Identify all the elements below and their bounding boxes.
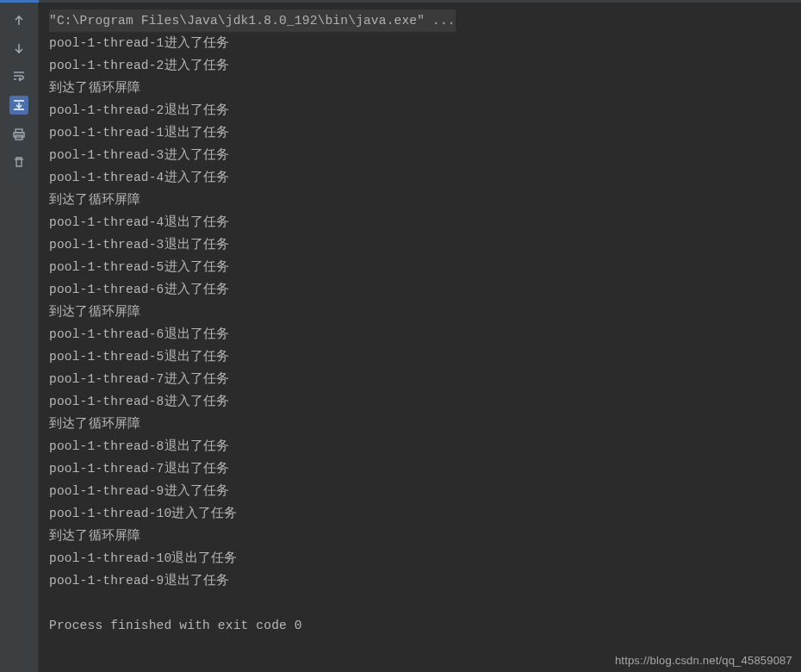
console-line: pool-1-thread-8进入了任务: [49, 390, 801, 413]
command-line: "C:\Program Files\Java\jdk1.8.0_192\bin\…: [49, 9, 801, 32]
console-line: pool-1-thread-5进入了任务: [49, 256, 801, 278]
console-output[interactable]: "C:\Program Files\Java\jdk1.8.0_192\bin\…: [39, 3, 801, 672]
console-line: pool-1-thread-8退出了任务: [49, 435, 801, 457]
console-line: pool-1-thread-7进入了任务: [49, 368, 801, 390]
clear-all-icon[interactable]: [11, 154, 27, 170]
console-line: pool-1-thread-7退出了任务: [49, 457, 801, 480]
console-line: pool-1-thread-5退出了任务: [49, 345, 801, 368]
print-icon[interactable]: [11, 127, 27, 142]
arrow-down-icon[interactable]: [11, 40, 27, 56]
console-line: pool-1-thread-9退出了任务: [49, 569, 801, 592]
console-line: pool-1-thread-1退出了任务: [49, 121, 801, 144]
console-line: pool-1-thread-6进入了任务: [49, 278, 801, 301]
console-line: 到达了循环屏障: [49, 525, 801, 547]
console-line: pool-1-thread-9进入了任务: [49, 480, 801, 502]
watermark-text: https://blog.csdn.net/qq_45859087: [615, 654, 792, 667]
soft-wrap-icon[interactable]: [11, 68, 27, 84]
console-line: pool-1-thread-3进入了任务: [49, 144, 801, 166]
console-line: pool-1-thread-2退出了任务: [49, 99, 801, 121]
console-line: pool-1-thread-3退出了任务: [49, 233, 801, 256]
console-line: pool-1-thread-10进入了任务: [49, 502, 801, 525]
console-line: 到达了循环屏障: [49, 301, 801, 323]
console-gutter: [0, 3, 39, 672]
arrow-up-icon[interactable]: [11, 13, 27, 28]
console-line: 到达了循环屏障: [49, 77, 801, 99]
console-line: pool-1-thread-1进入了任务: [49, 32, 801, 54]
console-line: 到达了循环屏障: [49, 189, 801, 211]
exit-line: Process finished with exit code 0: [49, 614, 801, 637]
console-line: 到达了循环屏障: [49, 413, 801, 435]
scroll-to-end-icon[interactable]: [9, 96, 28, 115]
console-line: pool-1-thread-6退出了任务: [49, 323, 801, 345]
console-line: pool-1-thread-2进入了任务: [49, 54, 801, 77]
console-line: pool-1-thread-4退出了任务: [49, 211, 801, 233]
blank-line: [49, 592, 801, 614]
console-line: pool-1-thread-4进入了任务: [49, 166, 801, 189]
console-line: pool-1-thread-10退出了任务: [49, 547, 801, 569]
